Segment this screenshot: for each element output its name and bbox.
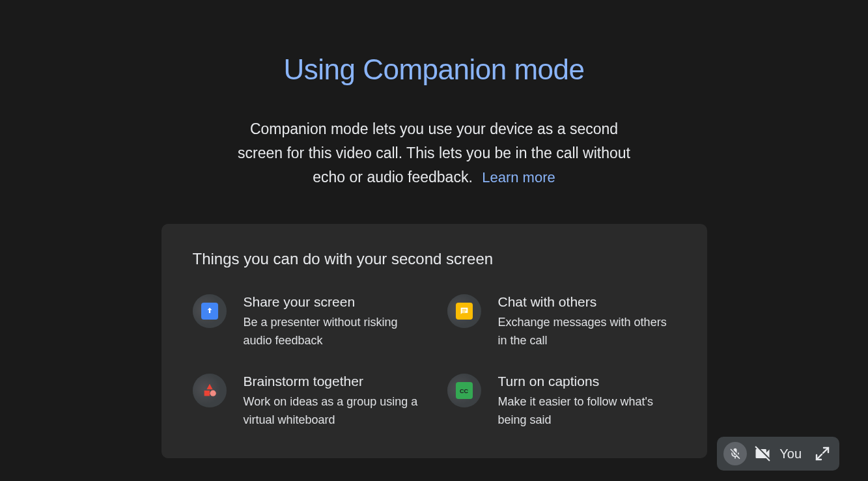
- feature-desc: Exchange messages with others in the cal…: [498, 314, 676, 350]
- feature-title: Turn on captions: [498, 374, 676, 389]
- feature-chat: Chat with others Exchange messages with …: [447, 294, 676, 350]
- share-screen-icon-wrap: [193, 294, 227, 328]
- description-text: Companion mode lets you use your device …: [238, 120, 630, 186]
- feature-desc: Be a presenter without risking audio fee…: [244, 314, 421, 350]
- brainstorm-icon-wrap: [193, 374, 227, 407]
- chat-icon-wrap: [447, 294, 481, 328]
- learn-more-link[interactable]: Learn more: [482, 169, 555, 186]
- feature-title: Share your screen: [244, 294, 421, 310]
- svg-marker-0: [206, 384, 212, 389]
- camera-off-icon[interactable]: [753, 445, 772, 463]
- features-grid: Share your screen Be a presenter without…: [193, 294, 676, 430]
- features-card-title: Things you can do with your second scree…: [193, 250, 676, 268]
- page-title: Using Companion mode: [283, 53, 584, 86]
- feature-captions: CC Turn on captions Make it easier to fo…: [447, 374, 676, 430]
- self-view-label: You: [779, 447, 802, 461]
- captions-icon-wrap: CC: [447, 374, 481, 407]
- page-description: Companion mode lets you use your device …: [232, 117, 636, 189]
- feature-brainstorm: Brainstorm together Work on ideas as a g…: [193, 374, 421, 430]
- shapes-icon: [201, 382, 218, 399]
- svg-text:CC: CC: [460, 388, 468, 394]
- feature-share-screen: Share your screen Be a presenter without…: [193, 294, 421, 350]
- self-view-tile: You: [717, 437, 839, 471]
- feature-desc: Work on ideas as a group using a virtual…: [244, 393, 421, 430]
- share-screen-icon: [201, 303, 218, 320]
- svg-rect-1: [204, 391, 209, 396]
- mic-off-icon[interactable]: [723, 442, 747, 465]
- feature-title: Brainstorm together: [244, 374, 421, 389]
- feature-desc: Make it easier to follow what's being sa…: [498, 393, 676, 430]
- closed-captions-icon: CC: [456, 382, 473, 399]
- feature-title: Chat with others: [498, 294, 676, 310]
- chat-icon: [456, 303, 473, 320]
- expand-icon[interactable]: [815, 446, 830, 461]
- companion-mode-info: Using Companion mode Companion mode lets…: [0, 0, 868, 458]
- svg-point-2: [210, 391, 216, 396]
- features-card: Things you can do with your second scree…: [161, 224, 707, 458]
